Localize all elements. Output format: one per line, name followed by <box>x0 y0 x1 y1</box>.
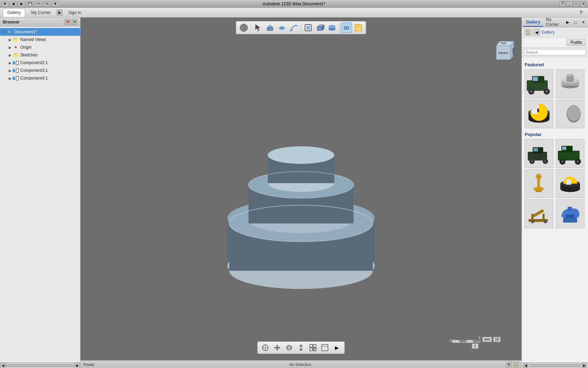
tab-my-corner[interactable]: My Corner <box>27 8 55 17</box>
tree-arrow-named-views[interactable]: ▶ <box>8 38 13 42</box>
revolve-btn[interactable] <box>276 22 288 33</box>
view-cube[interactable]: TOP FRONT RIGHT <box>489 39 517 67</box>
search-input[interactable] <box>524 49 586 55</box>
pan-btn[interactable] <box>272 342 283 353</box>
layout-btn[interactable] <box>307 342 318 353</box>
back-btn[interactable]: ◀ <box>10 1 17 7</box>
undo-btn[interactable]: ↩ <box>35 1 42 7</box>
gallery-nav-label[interactable]: Gallery <box>541 30 555 35</box>
main-toolbar: 2D <box>236 21 366 34</box>
right-panel-arrow-btn[interactable]: ▶ <box>564 19 571 26</box>
gallery-tab[interactable]: Gallery <box>523 18 543 27</box>
svg-rect-118 <box>566 214 574 218</box>
bottom-toolbar: ▶ <box>257 341 345 354</box>
tree-item-named-views[interactable]: ▶ 📁 Named Views <box>0 36 80 43</box>
featured-item-1[interactable] <box>525 69 553 98</box>
view-sphere-btn[interactable] <box>238 22 250 33</box>
scale-number[interactable]: 10 <box>493 337 500 342</box>
tree-item-component3[interactable]: ▶ Component3:1 <box>0 67 80 74</box>
select-btn[interactable] <box>253 22 264 33</box>
snap-circle-btn[interactable] <box>260 342 271 353</box>
status-selection: No Selection <box>97 362 503 367</box>
my-corner-tab[interactable]: My Corner <box>543 16 564 29</box>
popular-item-4[interactable] <box>556 169 584 198</box>
browser-title: Browser <box>3 20 63 25</box>
statusbar-lock-icon[interactable]: 🔒 <box>513 362 519 367</box>
more-btn[interactable]: ▶ <box>331 342 342 353</box>
gallery-nav-row: 🏠 ◀ Gallery <box>522 27 588 38</box>
popular-item-1[interactable] <box>525 139 553 168</box>
window-close-btn[interactable]: ✕ <box>580 1 587 7</box>
save-btn[interactable]: 💾 <box>27 1 34 7</box>
primitives-btn[interactable] <box>327 22 338 33</box>
statusbar-settings-icon[interactable]: ⚙ <box>506 362 512 367</box>
tree-item-document[interactable]: ▼ D Document1* <box>0 28 80 36</box>
origin-icon: ✦ <box>13 44 19 50</box>
tree-arrow-doc[interactable]: ▼ <box>1 30 6 34</box>
svg-marker-7 <box>284 27 286 28</box>
tree-arrow-comp2[interactable]: ▶ <box>8 61 13 65</box>
publish-button[interactable]: Publis <box>567 39 586 46</box>
gallery-home-btn[interactable]: 🏠 <box>525 29 532 36</box>
sweep-btn[interactable] <box>288 22 300 33</box>
popular-grid <box>525 139 585 228</box>
folder-icon-sketches: 📁 <box>13 52 19 58</box>
tree-item-sketches[interactable]: ▶ 📁 Sketches <box>0 51 80 59</box>
scroll-left-btn[interactable]: ◀ <box>0 363 6 368</box>
right-panel-maximize-btn[interactable]: □ <box>572 19 579 26</box>
right-panel-close-btn[interactable]: ✕ <box>580 19 587 26</box>
browser-close-btn[interactable]: ✕ <box>72 19 77 25</box>
forward-btn[interactable]: ▶ <box>18 1 25 7</box>
scroll-track[interactable] <box>6 364 75 367</box>
tree-item-origin[interactable]: ▶ ✦ Origin <box>0 43 80 51</box>
app-menu-btn[interactable]: ▼ <box>1 1 8 7</box>
viewport[interactable]: 2D <box>80 18 522 368</box>
sketch-btn[interactable] <box>353 22 364 33</box>
browser-scrollbar[interactable]: ◀ ▶ <box>0 362 80 368</box>
face-btn[interactable] <box>303 22 314 33</box>
status-bar: Ready No Selection ⚙ 🔒 <box>80 360 522 368</box>
window-btn[interactable] <box>319 342 330 353</box>
box-btn[interactable] <box>315 22 326 33</box>
rp-scroll-track[interactable] <box>530 364 580 367</box>
2d-btn[interactable]: 2D <box>341 22 352 33</box>
tree-arrow-comp3[interactable]: ▶ <box>8 69 13 73</box>
extrude-btn[interactable] <box>265 22 276 33</box>
featured-item-4[interactable] <box>556 100 584 128</box>
featured-item-2[interactable] <box>556 69 584 98</box>
tree-arrow-comp4[interactable]: ▶ <box>8 76 13 80</box>
tab-more-btn[interactable]: ▶ <box>57 10 62 15</box>
redo-btn[interactable]: ↪ <box>43 1 50 7</box>
tab-gallery[interactable]: Gallery <box>3 8 25 17</box>
rp-scroll-right[interactable]: ▶ <box>582 363 587 368</box>
tree-label-document: Document1* <box>14 29 37 34</box>
tree-arrow-sketches[interactable]: ▶ <box>8 53 13 57</box>
scale-unit-button[interactable]: mm <box>482 337 492 342</box>
popular-item-3[interactable] <box>525 169 553 198</box>
gallery-back-btn[interactable]: ◀ <box>533 29 540 36</box>
popular-section-title: Popular <box>525 132 585 137</box>
rp-scroll-left[interactable]: ◀ <box>523 363 528 368</box>
popular-item-5[interactable] <box>525 199 553 228</box>
options-btn[interactable]: ▼ <box>52 1 59 7</box>
popular-item-2[interactable] <box>556 139 584 168</box>
featured-item-3[interactable] <box>525 100 553 128</box>
zoom-btn[interactable] <box>295 342 307 353</box>
svg-text:FRONT: FRONT <box>498 52 508 55</box>
svg-rect-119 <box>568 207 572 210</box>
orbit-btn[interactable] <box>284 342 295 353</box>
window-help-btn[interactable]: ? <box>559 1 566 7</box>
svg-point-80 <box>567 74 574 76</box>
tree-arrow-origin[interactable]: ▶ <box>8 46 13 49</box>
svg-point-115 <box>531 220 534 223</box>
tree-item-component2[interactable]: ▶ Component2:1 <box>0 59 80 67</box>
svg-point-8 <box>290 29 292 32</box>
popular-item-6[interactable] <box>556 199 584 228</box>
window-maximize-btn[interactable]: □ <box>573 1 580 7</box>
browser-pin-btn[interactable]: 📌 <box>65 19 70 25</box>
tree-item-component4[interactable]: ▶ Component4:1 <box>0 74 80 82</box>
help-icon[interactable]: ? <box>577 8 585 17</box>
tab-sign-in[interactable]: Sign In <box>64 8 86 17</box>
window-minimize-btn[interactable]: _ <box>566 1 573 7</box>
scroll-right-btn[interactable]: ▶ <box>75 363 80 368</box>
